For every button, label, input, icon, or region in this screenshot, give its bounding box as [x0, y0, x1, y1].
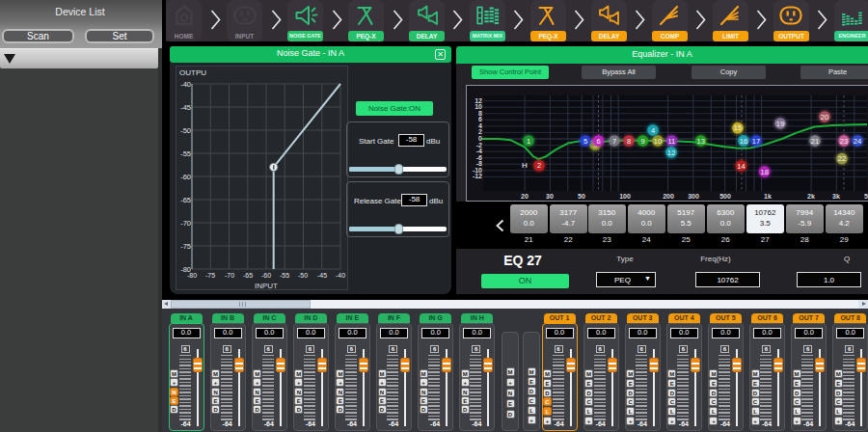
svg-text:21: 21	[811, 137, 819, 146]
svg-text:1: 1	[527, 137, 530, 146]
svg-text:13: 13	[697, 137, 705, 146]
svg-text:12: 12	[667, 148, 675, 157]
svg-text:H: H	[522, 161, 528, 170]
svg-text:20: 20	[821, 113, 828, 122]
svg-text:6: 6	[596, 137, 600, 146]
svg-text:23: 23	[840, 137, 848, 146]
svg-text:10: 10	[654, 137, 662, 146]
svg-text:18: 18	[761, 168, 769, 176]
svg-text:24: 24	[854, 137, 861, 146]
svg-text:7: 7	[612, 137, 616, 146]
svg-text:22: 22	[838, 154, 846, 163]
svg-text:5: 5	[583, 137, 587, 146]
svg-text:19: 19	[776, 120, 784, 128]
svg-text:9: 9	[640, 137, 644, 146]
svg-text:11: 11	[668, 137, 676, 146]
svg-text:17: 17	[752, 137, 760, 146]
svg-text:4: 4	[651, 126, 655, 135]
svg-text:14: 14	[737, 162, 745, 171]
svg-text:15: 15	[734, 123, 742, 132]
svg-text:2: 2	[537, 161, 541, 170]
svg-text:16: 16	[740, 137, 747, 146]
svg-text:8: 8	[627, 137, 631, 146]
